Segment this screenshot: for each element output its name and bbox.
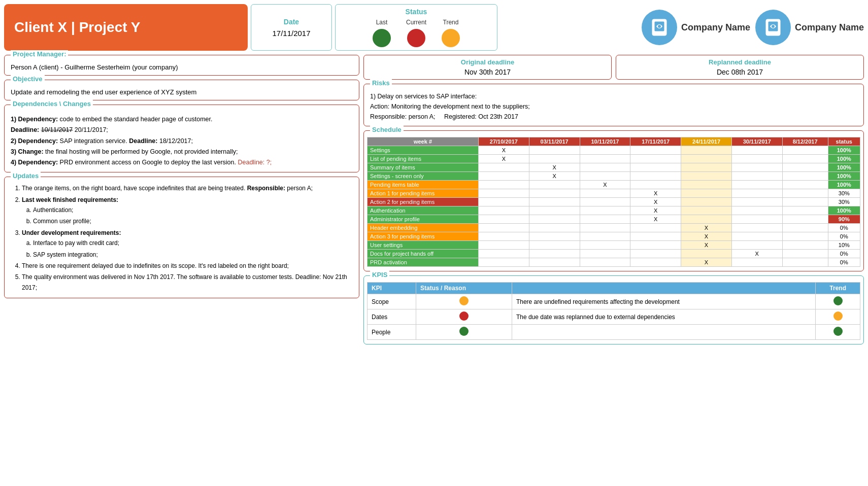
schedule-status: 0% bbox=[828, 250, 860, 258]
schedule-cell bbox=[630, 241, 681, 250]
schedule-row: Header embeddingX0% bbox=[368, 224, 860, 232]
schedule-cell bbox=[782, 155, 828, 163]
schedule-cell: X bbox=[630, 215, 681, 224]
schedule-row: Action 2 for pending itemsX30% bbox=[368, 198, 860, 206]
schedule-cell bbox=[731, 224, 782, 232]
pm-value: Person A (client) - Guilherme Sesterheim… bbox=[11, 63, 353, 71]
status-last-label: Last bbox=[376, 19, 388, 26]
schedule-cell bbox=[630, 258, 681, 267]
schedule-cell bbox=[580, 215, 630, 224]
schedule-cell bbox=[580, 163, 630, 172]
schedule-cell: X bbox=[529, 172, 580, 181]
schedule-cell: X bbox=[478, 146, 529, 155]
updates-content: The orange items, on the right board, ha… bbox=[11, 183, 353, 293]
col-date-1: 27/10/2017 bbox=[478, 137, 529, 146]
status-trend-circle bbox=[442, 29, 460, 47]
schedule-status: 100% bbox=[828, 146, 860, 155]
schedule-cell bbox=[529, 250, 580, 258]
schedule-row-name: Action 3 for pending items bbox=[368, 232, 479, 241]
schedule-row-name: Action 1 for pending items bbox=[368, 189, 479, 198]
schedule-cell bbox=[580, 189, 630, 198]
schedule-status: 100% bbox=[828, 155, 860, 163]
left-column: Project Manager: Person A (client) - Gui… bbox=[4, 55, 359, 344]
schedule-cell bbox=[478, 241, 529, 250]
schedule-status: 0% bbox=[828, 258, 860, 267]
status-current-circle bbox=[407, 29, 425, 47]
schedule-cell bbox=[731, 258, 782, 267]
schedule-label: Schedule bbox=[370, 126, 404, 133]
schedule-cell bbox=[731, 198, 782, 206]
kpi-row: ScopeThere are undefined requirements af… bbox=[368, 294, 860, 309]
kpi-name: Dates bbox=[368, 309, 416, 325]
company-name-2: Company Name bbox=[795, 22, 864, 33]
status-current-label: Current bbox=[406, 19, 426, 26]
schedule-row: Action 1 for pending itemsX30% bbox=[368, 189, 860, 198]
pm-label: Project Manager: bbox=[11, 50, 68, 58]
date-box: Date 17/11/2017 bbox=[251, 4, 332, 51]
schedule-cell bbox=[529, 146, 580, 155]
schedule-table: week # 27/10/2017 03/11/2017 10/11/2017 … bbox=[367, 137, 860, 267]
schedule-cell bbox=[580, 155, 630, 163]
original-deadline-value: Nov 30th 2017 bbox=[464, 68, 511, 76]
kpi-reason: There are undefined requirements affecti… bbox=[512, 294, 815, 309]
schedule-cell bbox=[782, 146, 828, 155]
schedule-status: 30% bbox=[828, 198, 860, 206]
kpi-reason: The due date was replanned due to extern… bbox=[512, 309, 815, 325]
risks-section: Risks 1) Delay on services to SAP interf… bbox=[363, 84, 864, 126]
status-last-circle bbox=[373, 29, 391, 47]
schedule-row-name: Summary of items bbox=[368, 163, 479, 172]
schedule-status: 100% bbox=[828, 163, 860, 172]
schedule-row-name: List of pending items bbox=[368, 155, 479, 163]
company-name-1: Company Name bbox=[681, 22, 750, 33]
replanned-deadline-box: Replanned deadline Dec 08th 2017 bbox=[616, 55, 864, 80]
kpi-col-reason bbox=[512, 283, 815, 294]
col-date-2: 03/11/2017 bbox=[529, 137, 580, 146]
col-date-7: 8/12/2017 bbox=[782, 137, 828, 146]
schedule-cell bbox=[529, 215, 580, 224]
schedule-cell bbox=[478, 163, 529, 172]
kpi-body: ScopeThere are undefined requirements af… bbox=[368, 294, 860, 340]
main-row: Project Manager: Person A (client) - Gui… bbox=[4, 55, 864, 344]
schedule-row: SettingsX100% bbox=[368, 146, 860, 155]
kpi-reason bbox=[512, 325, 815, 340]
schedule-row: Settings - screen onlyX100% bbox=[368, 172, 860, 181]
schedule-cell bbox=[580, 206, 630, 215]
kpi-trend-dot bbox=[816, 325, 860, 340]
schedule-cell bbox=[630, 146, 681, 155]
schedule-cell: X bbox=[681, 232, 732, 241]
schedule-cell bbox=[731, 215, 782, 224]
col-date-5: 24/11/2017 bbox=[681, 137, 732, 146]
status-label: Status bbox=[406, 8, 427, 16]
schedule-cell bbox=[782, 198, 828, 206]
date-value: 17/11/2017 bbox=[272, 29, 310, 38]
kpis-section: KPIS KPI Status / Reason Trend ScopeTher… bbox=[363, 275, 864, 344]
schedule-cell bbox=[630, 172, 681, 181]
company-logos: Company Name Company Name bbox=[500, 4, 864, 51]
kpi-status-dot bbox=[416, 325, 512, 340]
schedule-body: SettingsX100%List of pending itemsX100%S… bbox=[368, 146, 860, 267]
schedule-status: 100% bbox=[828, 206, 860, 215]
schedule-cell bbox=[782, 181, 828, 189]
objective-value: Update and remodeling the end user exper… bbox=[11, 88, 353, 96]
status-trend-label: Trend bbox=[443, 19, 459, 26]
schedule-cell bbox=[478, 198, 529, 206]
schedule-cell bbox=[529, 232, 580, 241]
schedule-cell bbox=[478, 189, 529, 198]
schedule-cell bbox=[529, 189, 580, 198]
schedule-row-name: Docs for project hands off bbox=[368, 250, 479, 258]
schedule-cell bbox=[478, 172, 529, 181]
dependencies-content: 1) Dependency: code to embed the standar… bbox=[11, 114, 353, 168]
schedule-cell bbox=[681, 189, 732, 198]
schedule-cell bbox=[782, 241, 828, 250]
schedule-cell bbox=[580, 224, 630, 232]
schedule-cell bbox=[782, 163, 828, 172]
schedule-cell: X bbox=[580, 181, 630, 189]
schedule-cell bbox=[681, 198, 732, 206]
schedule-cell bbox=[478, 258, 529, 267]
schedule-cell bbox=[731, 241, 782, 250]
schedule-cell bbox=[782, 232, 828, 241]
schedule-cell bbox=[681, 146, 732, 155]
schedule-cell bbox=[782, 224, 828, 232]
kpi-trend-dot bbox=[816, 294, 860, 309]
schedule-cell bbox=[529, 206, 580, 215]
